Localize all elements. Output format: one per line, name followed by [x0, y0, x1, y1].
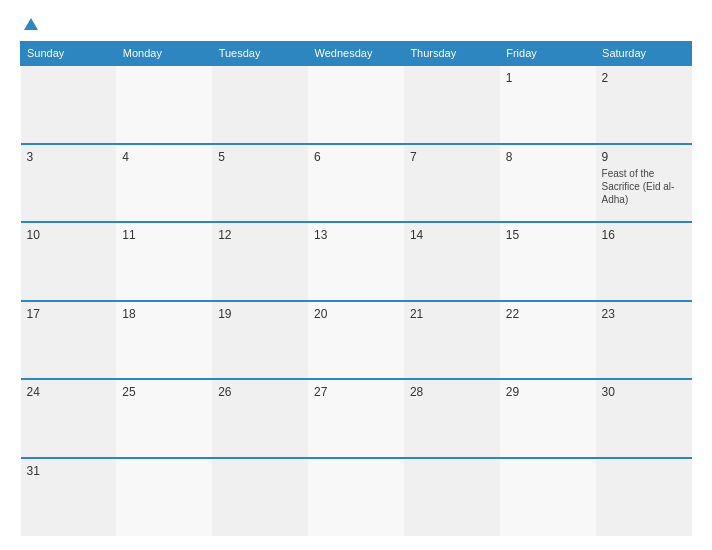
calendar-cell: 6 [308, 144, 404, 223]
logo-blue-text [20, 18, 38, 31]
day-number: 11 [122, 228, 206, 242]
day-number: 13 [314, 228, 398, 242]
calendar-week-row: 12 [21, 65, 692, 144]
calendar-cell [404, 65, 500, 144]
calendar-cell [212, 458, 308, 537]
day-number: 20 [314, 307, 398, 321]
calendar-cell: 18 [116, 301, 212, 380]
day-number: 9 [602, 150, 686, 164]
calendar-cell: 17 [21, 301, 117, 380]
day-number: 27 [314, 385, 398, 399]
weekday-header-wednesday: Wednesday [308, 42, 404, 66]
calendar-cell: 12 [212, 222, 308, 301]
calendar-cell: 5 [212, 144, 308, 223]
day-number: 5 [218, 150, 302, 164]
calendar-cell: 10 [21, 222, 117, 301]
weekday-header-thursday: Thursday [404, 42, 500, 66]
calendar-cell [404, 458, 500, 537]
calendar-cell: 29 [500, 379, 596, 458]
day-number: 29 [506, 385, 590, 399]
calendar-cell: 15 [500, 222, 596, 301]
calendar-cell [116, 65, 212, 144]
calendar-cell [308, 458, 404, 537]
calendar-week-row: 10111213141516 [21, 222, 692, 301]
day-number: 22 [506, 307, 590, 321]
calendar-cell: 21 [404, 301, 500, 380]
calendar-cell [21, 65, 117, 144]
day-number: 31 [27, 464, 111, 478]
calendar-cell: 1 [500, 65, 596, 144]
calendar-cell: 23 [596, 301, 692, 380]
day-number: 2 [602, 71, 686, 85]
weekday-header-sunday: Sunday [21, 42, 117, 66]
day-number: 18 [122, 307, 206, 321]
day-number: 28 [410, 385, 494, 399]
day-number: 10 [27, 228, 111, 242]
day-number: 12 [218, 228, 302, 242]
weekday-header-saturday: Saturday [596, 42, 692, 66]
day-number: 4 [122, 150, 206, 164]
day-number: 8 [506, 150, 590, 164]
logo [20, 18, 38, 31]
day-number: 23 [602, 307, 686, 321]
day-number: 16 [602, 228, 686, 242]
calendar-cell: 22 [500, 301, 596, 380]
day-number: 25 [122, 385, 206, 399]
calendar-cell: 31 [21, 458, 117, 537]
day-number: 1 [506, 71, 590, 85]
calendar-cell: 9Feast of the Sacrifice (Eid al-Adha) [596, 144, 692, 223]
calendar-cell [500, 458, 596, 537]
calendar-cell [308, 65, 404, 144]
calendar-cell: 13 [308, 222, 404, 301]
calendar-cell: 11 [116, 222, 212, 301]
weekday-header-row: SundayMondayTuesdayWednesdayThursdayFrid… [21, 42, 692, 66]
region-label [592, 18, 692, 24]
calendar-cell: 14 [404, 222, 500, 301]
calendar-cell [596, 458, 692, 537]
weekday-header-monday: Monday [116, 42, 212, 66]
calendar-page: SundayMondayTuesdayWednesdayThursdayFrid… [0, 0, 712, 550]
calendar-header [20, 18, 692, 31]
calendar-cell [116, 458, 212, 537]
calendar-cell: 30 [596, 379, 692, 458]
calendar-cell: 19 [212, 301, 308, 380]
calendar-week-row: 3456789Feast of the Sacrifice (Eid al-Ad… [21, 144, 692, 223]
calendar-week-row: 17181920212223 [21, 301, 692, 380]
day-number: 14 [410, 228, 494, 242]
day-number: 21 [410, 307, 494, 321]
calendar-cell: 20 [308, 301, 404, 380]
calendar-table: SundayMondayTuesdayWednesdayThursdayFrid… [20, 41, 692, 536]
day-number: 30 [602, 385, 686, 399]
calendar-cell [212, 65, 308, 144]
calendar-week-row: 24252627282930 [21, 379, 692, 458]
day-number: 24 [27, 385, 111, 399]
day-number: 15 [506, 228, 590, 242]
weekday-header-tuesday: Tuesday [212, 42, 308, 66]
event-label: Feast of the Sacrifice (Eid al-Adha) [602, 168, 675, 205]
calendar-cell: 27 [308, 379, 404, 458]
day-number: 26 [218, 385, 302, 399]
day-number: 3 [27, 150, 111, 164]
calendar-week-row: 31 [21, 458, 692, 537]
weekday-header-friday: Friday [500, 42, 596, 66]
calendar-cell: 25 [116, 379, 212, 458]
calendar-cell: 3 [21, 144, 117, 223]
day-number: 19 [218, 307, 302, 321]
calendar-cell: 4 [116, 144, 212, 223]
calendar-cell: 24 [21, 379, 117, 458]
calendar-cell: 8 [500, 144, 596, 223]
day-number: 17 [27, 307, 111, 321]
logo-triangle-icon [24, 18, 38, 30]
calendar-cell: 26 [212, 379, 308, 458]
calendar-cell: 2 [596, 65, 692, 144]
calendar-cell: 28 [404, 379, 500, 458]
day-number: 6 [314, 150, 398, 164]
calendar-cell: 7 [404, 144, 500, 223]
day-number: 7 [410, 150, 494, 164]
calendar-cell: 16 [596, 222, 692, 301]
